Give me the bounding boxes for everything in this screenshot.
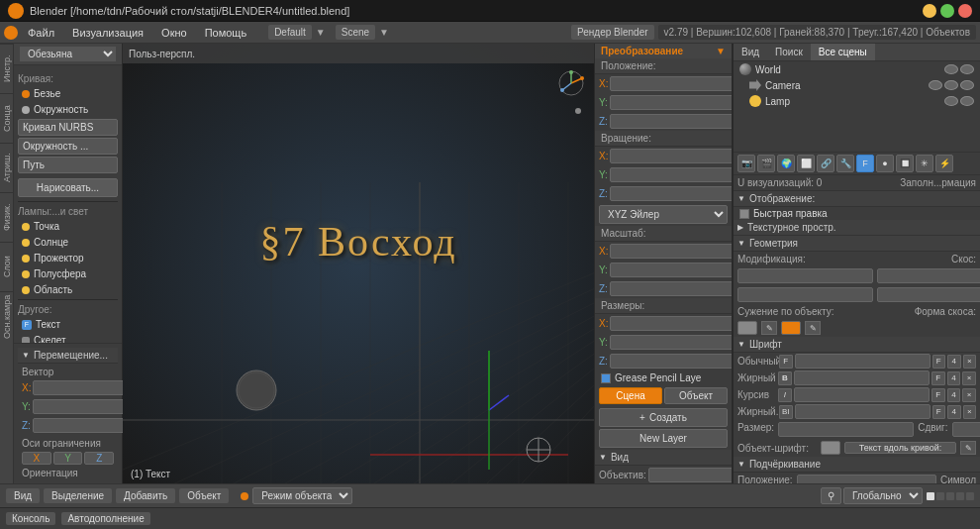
close-button[interactable]	[958, 4, 972, 18]
lamp-item[interactable]: Lamp	[734, 93, 980, 109]
layer-dot-4[interactable]	[956, 492, 964, 500]
search-tab[interactable]: Поиск	[767, 44, 811, 60]
prop-icon-constraints[interactable]: 🔗	[817, 155, 834, 172]
camera-item[interactable]: Camera	[734, 77, 980, 93]
scene-tab[interactable]: Сцена	[599, 387, 662, 404]
select-menu[interactable]: Выделение	[44, 488, 112, 503]
swatch-edit-2[interactable]: ✎	[805, 321, 821, 335]
text-obj-btn[interactable]: F Текст	[18, 317, 118, 332]
prop-icon-physics[interactable]: ⚡	[935, 155, 953, 172]
armature-btn[interactable]: Скелет	[18, 333, 118, 343]
world-render-icon[interactable]	[960, 64, 974, 74]
prop-icon-data[interactable]: F	[856, 155, 874, 172]
constraint-z[interactable]: Z	[84, 452, 114, 465]
maximize-button[interactable]	[940, 4, 954, 18]
lamp-render[interactable]	[960, 96, 974, 106]
view-toggle[interactable]: ▼ Вид	[595, 450, 732, 466]
point-light-btn[interactable]: Точка	[18, 219, 118, 234]
grease-pencil-checkbox[interactable]	[601, 373, 611, 383]
narrow-tab-sonca[interactable]: Сонца	[0, 93, 13, 143]
path-btn[interactable]: Путь	[18, 157, 118, 173]
extrude-input[interactable]: 0.030	[737, 287, 873, 302]
menu-help[interactable]: Помощь	[197, 25, 255, 41]
bold-f[interactable]: F	[931, 371, 945, 385]
camera-eye[interactable]	[929, 80, 942, 90]
narrow-tab-camera[interactable]: Осн.камра	[0, 291, 13, 341]
layer-dot-2[interactable]	[936, 492, 944, 500]
pos-z-input[interactable]: 1.19440	[610, 114, 733, 129]
prop-icon-object[interactable]: ⬜	[797, 155, 815, 172]
swatch-2[interactable]	[781, 321, 801, 335]
bold-italic-f[interactable]: F	[932, 405, 946, 419]
nurbs-btn[interactable]: Кривал NURBS	[18, 119, 118, 136]
quick-fix-checkbox[interactable]	[739, 209, 749, 219]
italic-num[interactable]: 4	[947, 388, 961, 402]
narrow-tab-fizik[interactable]: Физик.	[0, 192, 13, 242]
constraint-x[interactable]: X	[22, 452, 51, 465]
autocomplete-btn[interactable]: Автодополнение	[61, 512, 149, 525]
pos-x-input[interactable]: -0.79830	[610, 76, 733, 91]
text-on-curve-btn[interactable]: Текст вдоль кривой:	[844, 442, 956, 454]
bold-italic-font-input[interactable]: Bfont	[795, 404, 931, 419]
geometry-toggle[interactable]: ▼ Геометрия	[734, 236, 980, 252]
add-menu[interactable]: Добавить	[116, 488, 175, 503]
scale-x-input[interactable]: 2.099	[610, 244, 733, 259]
constraint-y[interactable]: Y	[53, 452, 83, 465]
scene-selector[interactable]: Scene	[336, 25, 375, 40]
regular-font-input[interactable]: DeutscheKanzlei	[795, 354, 931, 369]
resolution-input[interactable]: 7	[877, 287, 980, 302]
menu-file[interactable]: Файл	[20, 25, 62, 41]
prop-icon-scene[interactable]: 🎬	[757, 155, 775, 172]
nurbs-circle-btn[interactable]: Окружность ...	[18, 138, 118, 155]
dim-z-input[interactable]: 0.160	[610, 354, 733, 369]
hemi-btn[interactable]: Полусфера	[18, 266, 118, 281]
layer-dot-5[interactable]	[966, 492, 974, 500]
sun-btn[interactable]: Солнце	[18, 235, 118, 250]
engine-selector[interactable]: Default	[268, 25, 312, 40]
menu-render[interactable]: Визуализация	[64, 25, 151, 41]
camera-render[interactable]	[944, 80, 958, 90]
bold-italic-x[interactable]: ×	[963, 405, 977, 419]
pos-val-input[interactable]: 0.000	[797, 475, 936, 483]
snap-btn[interactable]: ⚲	[821, 487, 841, 504]
bezier-btn[interactable]: Безье	[18, 86, 118, 101]
object-font-swatch[interactable]	[821, 441, 840, 455]
console-btn[interactable]: Консоль	[6, 512, 55, 525]
font-regular-x[interactable]: ×	[963, 355, 977, 369]
italic-font-input[interactable]: Bfont	[794, 387, 930, 402]
narrow-tab-instrum[interactable]: Инстр.	[0, 44, 13, 93]
layer-dot-3[interactable]	[946, 492, 954, 500]
minimize-button[interactable]	[923, 4, 936, 18]
world-item[interactable]: World	[734, 61, 980, 77]
bold-font-input[interactable]: Bfont	[794, 370, 930, 385]
texture-toggle[interactable]: ▶ Текстурное простр.	[734, 220, 980, 236]
swatch-1[interactable]	[737, 321, 757, 335]
font-regular-f[interactable]: F	[932, 355, 946, 369]
rot-z-input[interactable]: 47.8°	[610, 186, 733, 201]
text-on-curve-edit[interactable]: ✎	[960, 441, 976, 455]
dim-x-input[interactable]: 7.609	[610, 316, 733, 331]
view-menu[interactable]: Вид	[6, 488, 40, 503]
rot-y-input[interactable]: 0°	[610, 167, 733, 182]
rot-x-input[interactable]: 57.4°	[610, 149, 733, 163]
prop-icon-modifiers[interactable]: 🔧	[836, 155, 854, 172]
pos-y-input[interactable]: -3.88454	[610, 95, 733, 110]
all-scenes-tab[interactable]: Все сцены	[811, 44, 875, 60]
global-dropdown[interactable]: Глобально	[843, 487, 923, 504]
create-button[interactable]: + Создать	[599, 408, 728, 427]
layer-dot-1[interactable]	[927, 492, 934, 500]
prop-icon-texture[interactable]: 🔲	[896, 155, 914, 172]
rotation-mode-dropdown[interactable]: XYZ Эйлер	[599, 205, 728, 224]
view-tab[interactable]: Вид	[734, 44, 767, 60]
prop-icon-material[interactable]: ●	[876, 155, 894, 172]
lamp-eye[interactable]	[944, 96, 958, 106]
offset-input[interactable]: 0.000	[737, 268, 873, 283]
font-toggle[interactable]: ▼ Шрифт	[734, 337, 980, 353]
camera-visible[interactable]	[960, 80, 974, 90]
italic-f[interactable]: F	[931, 388, 945, 402]
prop-icon-particles[interactable]: ✳	[916, 155, 933, 172]
object-type-dropdown[interactable]: Обезьяна	[20, 47, 116, 61]
dim-y-input[interactable]: 1.763	[610, 335, 733, 350]
movement-toggle[interactable]: ▼ Перемещение...	[18, 348, 118, 364]
objective-input[interactable]: 35.000	[648, 468, 733, 482]
